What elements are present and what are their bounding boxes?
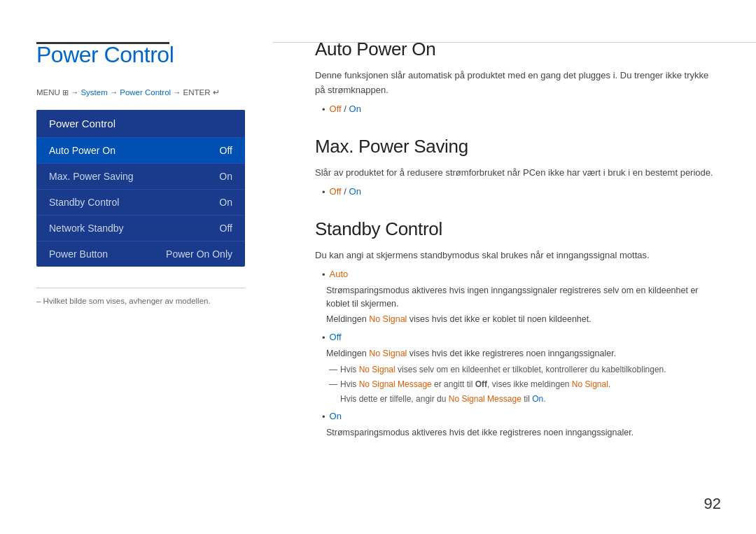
standby-bullet-on: On [322,411,714,423]
section-auto-power-on: Auto Power On Denne funksjonen slår auto… [315,38,714,116]
standby-bullet-off: Off [322,332,714,344]
menu-item-standby-control[interactable]: Standby Control On [36,190,245,216]
menu-item-label-standby-control: Standby Control [49,197,119,208]
standby-dash-1-text: Hvis No Signal vises selv om en kildeenh… [340,363,666,376]
menu-path-enter: ENTER [183,88,211,97]
standby-on-label: On [330,411,342,421]
menu-item-value-power-button: Power On Only [166,248,232,260]
page-number: 92 [704,495,721,513]
menu-path-menu: MENU [36,88,60,97]
footnote-text: – Hvilket bilde som vises, avhenger av m… [36,297,245,305]
right-decoration-line [273,42,756,43]
max-power-saving-off-on: Off / On [330,186,361,197]
standby-bullet-auto: Auto [322,269,714,281]
standby-control-bullets-2: Off [315,332,714,344]
standby-control-bullets-3: On [315,411,714,423]
standby-auto-label: Auto [330,269,349,279]
page-container: Power Control MENU ⊞ → System → Power Co… [0,0,756,534]
menu-item-power-button[interactable]: Power Button Power On Only [36,241,245,267]
section-title-max-power-saving: Max. Power Saving [315,136,714,157]
menu-path-arrow1: → [71,88,79,97]
menu-path: MENU ⊞ → System → Power Control → ENTER … [36,87,245,97]
section-desc-max-power-saving: Slår av produktet for å redusere strømfo… [315,166,714,181]
page-title: Power Control [36,42,245,68]
auto-power-on-off: Off / On [330,104,361,114]
menu-item-value-standby-control: On [219,197,232,208]
menu-path-power-control: Power Control [120,88,171,97]
standby-dash-2: Hvis No Signal Message er angitt til Off… [315,378,714,391]
standby-on-desc: Strømsparingsmodus aktiveres hvis det ik… [315,426,714,440]
menu-path-arrow3: → [173,88,181,97]
standby-dash-2-text: Hvis No Signal Message er angitt til Off… [340,378,610,391]
menu-item-auto-power-on[interactable]: Auto Power On Off [36,138,245,164]
standby-off-desc: Meldingen No Signal vises hvis det ikke … [315,347,714,360]
menu-item-network-standby[interactable]: Network Standby Off [36,216,245,241]
menu-item-label-network-standby: Network Standby [49,223,124,234]
auto-power-on-bullets: Off / On [315,104,714,116]
footnote: – Hvilket bilde som vises, avhenger av m… [36,288,245,305]
standby-dash-1: Hvis No Signal vises selv om en kildeenh… [315,363,714,376]
menu-item-label-power-button: Power Button [49,248,108,260]
section-desc-standby-control: Du kan angi at skjermens standbymodus sk… [315,248,714,263]
menu-path-enter-icon: ↵ [213,87,220,97]
menu-box: Power Control Auto Power On Off Max. Pow… [36,110,245,267]
menu-item-label-max-power-saving: Max. Power Saving [49,171,134,182]
standby-control-bullets: Auto [315,269,714,281]
max-power-saving-bullet-1: Off / On [322,186,714,199]
section-max-power-saving: Max. Power Saving Slår av produktet for … [315,136,714,199]
section-desc-auto-power-on: Denne funksjonen slår automatisk på prod… [315,69,714,98]
max-power-saving-bullets: Off / On [315,186,714,199]
standby-off-label: Off [330,332,342,342]
standby-auto-desc1: Strømsparingsmodus aktiveres hvis ingen … [315,284,714,311]
right-panel: Auto Power On Denne funksjonen slår auto… [273,0,756,534]
standby-auto-desc2: Meldingen No Signal vises hvis det ikke … [315,313,714,326]
menu-item-value-auto-power-on: Off [220,145,232,156]
menu-item-label-auto-power-on: Auto Power On [49,145,115,156]
menu-item-value-max-power-saving: On [219,171,232,182]
menu-item-max-power-saving[interactable]: Max. Power Saving On [36,164,245,190]
menu-box-title: Power Control [36,110,245,138]
section-title-standby-control: Standby Control [315,218,714,240]
standby-extra-indent: Hvis dette er tilfelle, angir du No Sign… [315,393,714,405]
auto-power-on-bullet-1: Off / On [322,104,714,116]
menu-icon: ⊞ [62,88,69,97]
menu-path-system: System [80,88,107,97]
left-panel: Power Control MENU ⊞ → System → Power Co… [0,0,273,534]
menu-path-arrow2: → [110,88,118,97]
menu-item-value-network-standby: Off [220,223,232,234]
section-standby-control: Standby Control Du kan angi at skjermens… [315,218,714,440]
left-decoration-line [36,42,169,44]
